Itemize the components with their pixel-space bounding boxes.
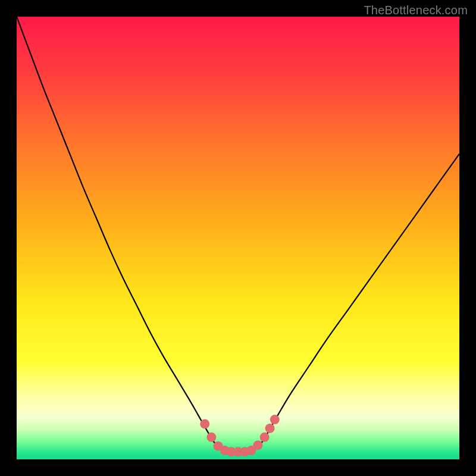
bottleneck-chart	[0, 0, 476, 476]
gradient-background	[17, 17, 459, 459]
bottom-dot	[260, 433, 270, 442]
bottom-dot	[270, 415, 280, 424]
watermark-text: TheBottleneck.com	[364, 4, 468, 17]
bottom-dot	[253, 440, 262, 450]
bottom-dot	[265, 424, 275, 433]
bottom-dot	[200, 419, 209, 428]
chart-stage: TheBottleneck.com	[0, 0, 476, 476]
bottom-dot	[206, 433, 216, 442]
